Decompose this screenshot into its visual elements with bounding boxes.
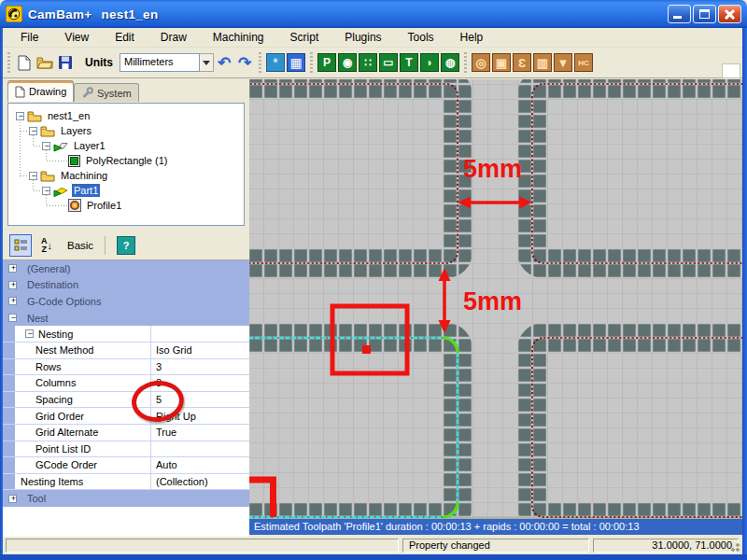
units-label: Units: [85, 56, 113, 69]
categorized-view-icon[interactable]: [9, 234, 32, 257]
minimize-button[interactable]: [668, 5, 691, 23]
property-row-nesting-items[interactable]: Nesting Items (Collection): [3, 474, 249, 491]
pointlist-icon[interactable]: ∷: [359, 53, 377, 72]
view-mode-label: Basic: [67, 240, 93, 251]
annotation-dot: [362, 345, 371, 354]
expand-icon[interactable]: [16, 112, 24, 120]
menu-tools[interactable]: Tools: [395, 28, 447, 47]
units-combobox[interactable]: Millimeters: [120, 53, 200, 72]
expand-icon[interactable]: [29, 172, 37, 180]
window-title: CamBam+nest1_en: [28, 7, 158, 21]
property-category-general[interactable]: (General): [3, 260, 249, 277]
window-border-left: [0, 28, 3, 560]
pocket-op-icon[interactable]: ▣: [492, 53, 511, 72]
expand-icon[interactable]: [29, 127, 37, 135]
property-category-gcode-options[interactable]: G-Code Options: [3, 293, 249, 310]
menu-view[interactable]: View: [51, 28, 102, 47]
tree-item-machining[interactable]: Machining: [29, 168, 109, 183]
redo-icon[interactable]: ↷: [234, 51, 255, 74]
grid-toggle-icon[interactable]: ▦: [287, 53, 305, 72]
menu-machining[interactable]: Machining: [200, 28, 277, 47]
property-row-rows[interactable]: Rows 3: [3, 359, 249, 376]
property-row-spacing[interactable]: Spacing 5: [3, 392, 249, 409]
toolbar-grip[interactable]: [6, 51, 12, 74]
text-icon[interactable]: T: [400, 53, 418, 72]
app-icon: [6, 6, 22, 22]
menu-script[interactable]: Script: [277, 28, 332, 47]
save-icon[interactable]: [55, 51, 76, 74]
expand-icon[interactable]: [8, 495, 17, 503]
drill-op-icon[interactable]: ▼: [554, 53, 572, 72]
menu-file[interactable]: File: [7, 28, 51, 47]
property-row-grid-alternate[interactable]: Grid Alternate True: [3, 425, 249, 441]
status-bar: Property changed 31.0000, 71.0000: [3, 537, 742, 554]
menu-help[interactable]: Help: [447, 28, 497, 47]
status-coordinates: 31.0000, 71.0000: [593, 539, 739, 553]
cambam-window: CamBam+nest1_en File View Edit Draw Mach…: [0, 0, 747, 560]
tree-item-polyrectangle[interactable]: PolyRectangle (1): [68, 153, 169, 168]
menu-bar: File View Edit Draw Machining Script Plu…: [0, 28, 747, 48]
lathe-op-icon[interactable]: ▥: [533, 53, 552, 72]
property-row-grid-order[interactable]: Grid Order Right Up: [3, 408, 249, 425]
window-border-bottom: [0, 554, 747, 560]
menu-edit[interactable]: Edit: [102, 28, 148, 47]
status-pane-empty: [6, 539, 399, 553]
tree-item-profile1[interactable]: Profile1: [68, 198, 123, 213]
tab-drawing[interactable]: Drawing: [7, 80, 74, 102]
gcode-op-icon[interactable]: HC: [574, 53, 593, 72]
expand-icon[interactable]: [42, 142, 50, 150]
help-icon[interactable]: ?: [117, 236, 135, 255]
expand-icon[interactable]: [42, 187, 50, 195]
expand-icon[interactable]: [8, 264, 17, 273]
drawing-canvas[interactable]: 5mm 5mm: [249, 79, 742, 519]
folder-icon: [40, 125, 55, 137]
polyline-icon[interactable]: P: [317, 53, 336, 72]
minimize-icon: [673, 16, 682, 19]
wrench-icon: [81, 87, 93, 99]
property-row-point-list-id[interactable]: Point List ID: [3, 441, 249, 458]
tree-item-layers[interactable]: Layers: [29, 123, 93, 138]
property-category-nest[interactable]: Nest: [3, 310, 249, 327]
open-file-icon[interactable]: [35, 51, 55, 74]
expand-icon[interactable]: [25, 329, 34, 338]
title-bar[interactable]: CamBam+nest1_en: [0, 0, 747, 28]
close-button[interactable]: [718, 5, 741, 23]
menu-plugins[interactable]: Plugins: [331, 28, 394, 47]
tree-item-part1[interactable]: Part1: [42, 183, 100, 198]
tree-item-document[interactable]: nest1_en: [16, 108, 92, 123]
undo-icon[interactable]: ↶: [214, 51, 234, 74]
units-dropdown-arrow-icon[interactable]: [200, 53, 214, 72]
toolbar-grip[interactable]: [308, 51, 315, 74]
property-category-tool[interactable]: Tool: [3, 490, 249, 507]
maximize-button[interactable]: [693, 5, 716, 23]
toolbar-grip[interactable]: [257, 51, 263, 74]
folder-icon: [40, 170, 55, 182]
folder-icon: [27, 110, 42, 122]
expand-icon[interactable]: [8, 297, 17, 305]
dimension-label-horizontal: 5mm: [463, 155, 522, 183]
expand-icon[interactable]: [8, 281, 17, 289]
alphabetical-sort-icon[interactable]: AZ↓: [35, 234, 58, 257]
rectangle-icon[interactable]: ▭: [379, 53, 398, 72]
profile-op-icon[interactable]: ◎: [472, 53, 490, 72]
arc-icon[interactable]: ◗: [420, 53, 439, 72]
circle-icon[interactable]: ◉: [338, 53, 357, 72]
menu-draw[interactable]: Draw: [148, 28, 200, 47]
profile-icon: [68, 199, 81, 212]
engrave-op-icon[interactable]: Ɛ: [513, 53, 531, 72]
snap-icon[interactable]: *: [266, 53, 285, 72]
property-row-gcode-order[interactable]: GCode Order Auto: [3, 457, 249, 474]
tab-system[interactable]: System: [74, 83, 139, 102]
expand-icon[interactable]: [8, 314, 17, 322]
new-file-icon[interactable]: [14, 51, 35, 74]
toolbar-grip[interactable]: [462, 51, 469, 74]
property-row-columns[interactable]: Columns 3: [3, 375, 249, 392]
property-category-destination[interactable]: Destination: [3, 277, 249, 294]
property-row-nest-method[interactable]: Nest Method Iso Grid: [3, 343, 249, 359]
property-row-nesting[interactable]: Nesting: [3, 326, 249, 343]
resize-grip[interactable]: [729, 541, 740, 553]
tree-item-layer1[interactable]: Layer1: [42, 138, 107, 153]
toolpath-info-bar: Estimated Toolpath 'Profile1' duration :…: [249, 519, 742, 535]
surface-icon[interactable]: ◍: [441, 53, 459, 72]
drawing-tree[interactable]: nest1_en Layers Layer1 PolyRectangle (1)…: [7, 103, 245, 226]
